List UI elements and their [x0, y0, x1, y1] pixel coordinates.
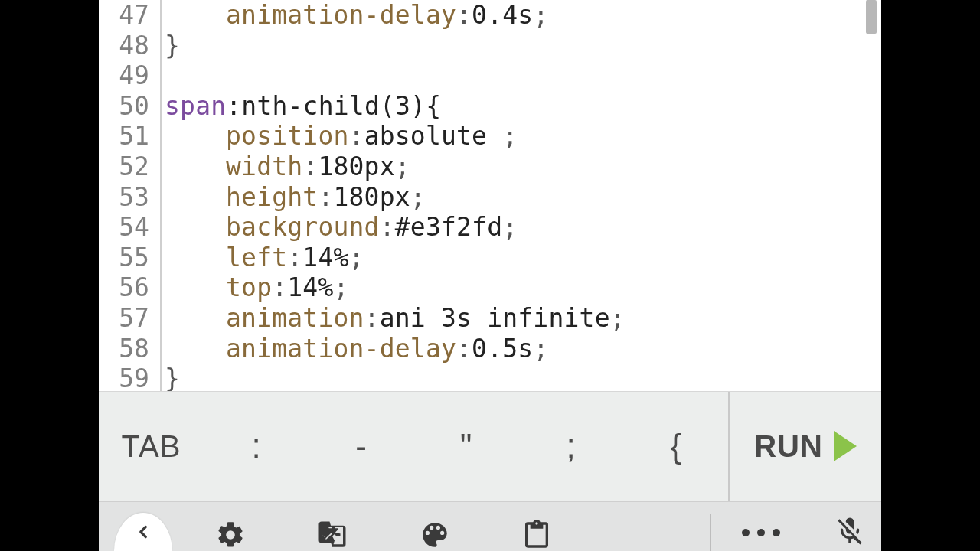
app-frame: 47animation-delay:0.4s;48}4950span:nth-c…: [99, 0, 881, 551]
code-text: }: [165, 31, 180, 61]
line-number: 54: [99, 212, 160, 243]
chevron-left-icon: [133, 522, 153, 542]
line-number: 51: [99, 121, 160, 152]
line-number: 56: [99, 272, 160, 303]
palette-icon[interactable]: [419, 519, 451, 551]
run-label: RUN: [754, 429, 823, 464]
code-line[interactable]: 47animation-delay:0.4s;: [99, 0, 881, 31]
run-button[interactable]: RUN: [728, 392, 881, 501]
line-number: 47: [99, 0, 160, 31]
code-text: }: [165, 364, 180, 391]
code-text: position:absolute ;: [165, 121, 518, 152]
key-symbol[interactable]: ;: [518, 427, 623, 465]
code-text: left:14%;: [165, 243, 364, 273]
code-editor[interactable]: 47animation-delay:0.4s;48}4950span:nth-c…: [99, 0, 881, 391]
gutter: [160, 60, 165, 91]
back-button[interactable]: [114, 513, 172, 551]
code-line[interactable]: 59}: [99, 364, 881, 391]
bottom-nav: [99, 501, 881, 551]
code-line[interactable]: 48}: [99, 31, 881, 61]
code-text: top:14%;: [165, 272, 349, 303]
code-line[interactable]: 50span:nth-child(3){: [99, 91, 881, 122]
key-symbol[interactable]: :: [204, 427, 309, 465]
code-text: height:180px;: [165, 182, 426, 213]
mic-off-icon[interactable]: [834, 515, 866, 550]
line-number: 48: [99, 31, 160, 61]
line-number: 50: [99, 91, 160, 122]
code-content: 47animation-delay:0.4s;48}4950span:nth-c…: [99, 0, 881, 391]
scrollbar-thumb[interactable]: [866, 0, 877, 34]
code-line[interactable]: 57animation:ani 3s infinite;: [99, 303, 881, 334]
code-text: animation-delay:0.5s;: [165, 334, 548, 364]
shortcut-keys: TAB:-";{: [99, 392, 728, 501]
code-text: background:#e3f2fd;: [165, 212, 518, 243]
more-icon[interactable]: [742, 529, 780, 536]
code-text: span:nth-child(3){: [165, 91, 441, 122]
shortcut-key-row: TAB:-";{ RUN: [99, 391, 881, 501]
code-text: animation-delay:0.4s;: [165, 0, 548, 31]
line-number: 59: [99, 364, 160, 391]
code-line[interactable]: 49: [99, 60, 881, 91]
line-number: 55: [99, 243, 160, 273]
code-line[interactable]: 52width:180px;: [99, 152, 881, 182]
key-tab[interactable]: TAB: [99, 429, 204, 464]
key-symbol[interactable]: -: [309, 427, 413, 465]
play-icon: [834, 431, 857, 461]
code-line[interactable]: 58animation-delay:0.5s;: [99, 334, 881, 364]
code-text: animation:ani 3s infinite;: [165, 303, 626, 334]
line-number: 49: [99, 60, 160, 91]
code-text: width:180px;: [165, 152, 410, 182]
code-line[interactable]: 53height:180px;: [99, 182, 881, 213]
code-line[interactable]: 51position:absolute ;: [99, 121, 881, 152]
code-line[interactable]: 56top:14%;: [99, 272, 881, 303]
line-number: 53: [99, 182, 160, 213]
code-line[interactable]: 55left:14%;: [99, 243, 881, 273]
key-symbol[interactable]: ": [413, 427, 518, 465]
nav-icons: [200, 519, 710, 551]
settings-icon[interactable]: [215, 520, 246, 550]
line-number: 58: [99, 334, 160, 364]
translate-icon[interactable]: [316, 519, 348, 551]
code-line[interactable]: 54background:#e3f2fd;: [99, 212, 881, 243]
key-symbol[interactable]: {: [623, 427, 728, 465]
line-number: 57: [99, 303, 160, 334]
line-number: 52: [99, 152, 160, 182]
clipboard-icon[interactable]: [521, 520, 552, 550]
nav-right-group: [710, 514, 866, 551]
